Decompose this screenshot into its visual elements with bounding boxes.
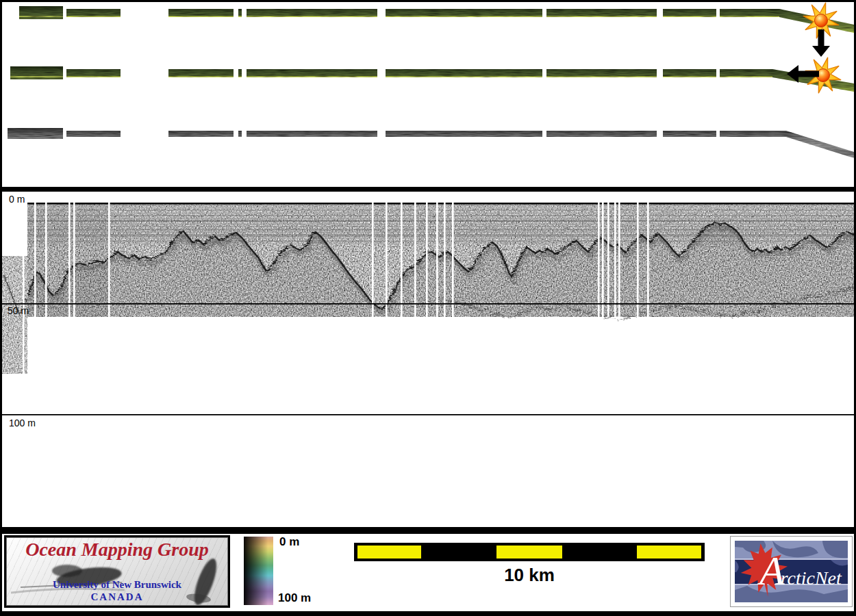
echogram bbox=[2, 192, 854, 527]
panel-divider-top bbox=[0, 187, 856, 192]
colorbar-label-top: 0 m bbox=[279, 535, 299, 549]
depth-label-0m: 0 m bbox=[9, 194, 25, 205]
bottom-border bbox=[0, 611, 856, 616]
map-scale-bar bbox=[354, 543, 705, 561]
panel-divider-bottom bbox=[0, 527, 856, 534]
arrow-down-icon bbox=[818, 29, 824, 47]
scalebar-segment bbox=[637, 546, 701, 559]
omg-logo-inner: Ocean Mapping Group University of New Br… bbox=[6, 537, 228, 606]
omg-logo: Ocean Mapping Group University of New Br… bbox=[4, 535, 230, 608]
silhouette-detail bbox=[52, 565, 82, 577]
depth-label-50m: 50 m bbox=[8, 305, 29, 316]
omg-country: CANADA bbox=[7, 591, 227, 603]
scalebar-segment bbox=[496, 546, 562, 559]
scale-bar-label: 10 km bbox=[354, 565, 705, 586]
depth-colorbar bbox=[244, 537, 273, 605]
arcticnet-logo: ArcticNet bbox=[730, 536, 853, 607]
arcticnet-rest: rcticNet bbox=[781, 567, 842, 589]
omg-university: University of New Brunswick bbox=[7, 579, 227, 591]
subbottom-profile-panel: 0 m 50 m 100 m bbox=[0, 192, 856, 527]
track-map-panel bbox=[0, 0, 856, 187]
footer-bar: Ocean Mapping Group University of New Br… bbox=[0, 534, 856, 611]
omg-title: Ocean Mapping Group bbox=[7, 539, 227, 561]
scalebar-segment bbox=[357, 546, 421, 559]
arcticnet-map: ArcticNet bbox=[735, 541, 848, 602]
depth-line-50m bbox=[2, 303, 854, 305]
arrow-left-icon bbox=[797, 71, 819, 77]
swath-track-strips bbox=[2, 2, 854, 187]
arcticnet-wordmark: ArcticNet bbox=[759, 550, 842, 591]
survey-display: { "profile": { "labels": { "zero": "0 m"… bbox=[0, 0, 856, 616]
colorbar-label-bottom: 100 m bbox=[278, 591, 311, 605]
track-strip-rows bbox=[2, 3, 854, 162]
depth-line-100m bbox=[2, 414, 854, 415]
depth-label-100m: 100 m bbox=[9, 418, 36, 428]
